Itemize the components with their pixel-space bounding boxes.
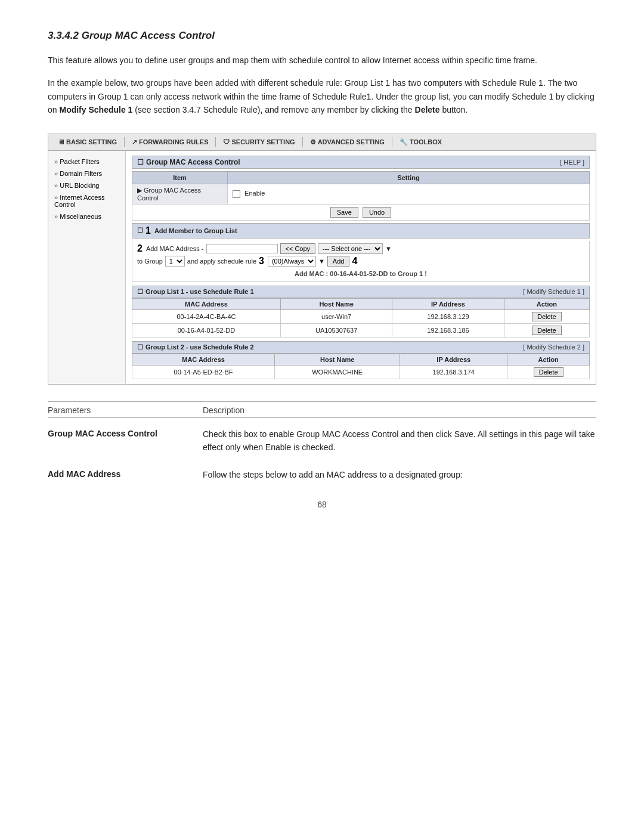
group-schedule-line: to Group 1 and apply schedule rule 3 (00…: [137, 256, 584, 267]
add-member-title: Add Member to Group List: [154, 227, 237, 234]
intro2-text-end: button.: [440, 105, 468, 114]
badge-3: 3: [259, 256, 264, 267]
ip-address-cell: 192.168.3.129: [392, 309, 504, 323]
nav-advanced-setting[interactable]: ⚙ ADVANCED SETTING: [305, 137, 389, 148]
col-ip-1: IP Address: [392, 298, 504, 309]
nav-basic-setting[interactable]: 🖥 BASIC SETTING: [53, 137, 122, 147]
to-group-label: to Group: [137, 258, 163, 265]
group-list-1-table: MAC Address Host Name IP Address Action …: [132, 298, 590, 337]
enable-row: ▶ Group MAC Access Control Enable: [132, 184, 590, 204]
help-link[interactable]: [ HELP ]: [560, 159, 584, 166]
action-cell: Delete: [507, 365, 590, 379]
group-list-1-title-area: ☐ Group List 1 - use Schedule Rule 1: [137, 288, 254, 296]
nav-advanced-label: ADVANCED SETTING: [318, 138, 385, 145]
modify-schedule-2-link[interactable]: [ Modify Schedule 2 ]: [523, 343, 584, 351]
intro-paragraph-2: In the example below, two groups have be…: [48, 76, 596, 116]
sidebar-item-url-blocking[interactable]: URL Blocking: [48, 179, 125, 191]
group-list-2-header: ☐ Group List 2 - use Schedule Rule 2 [ M…: [132, 341, 590, 354]
col-setting: Setting: [228, 171, 590, 184]
col-item: Item: [132, 171, 228, 184]
btn-row-cell: Save Undo: [132, 204, 590, 220]
schedule-rule-select[interactable]: (00)Always: [268, 256, 316, 267]
col-mac-2: MAC Address: [132, 354, 275, 365]
enable-checkbox[interactable]: [233, 190, 240, 198]
nav-toolbox[interactable]: 🔧 TOOLBOX: [395, 137, 447, 148]
param-row: Group MAC Access Control Check this box …: [48, 428, 596, 454]
param-row: Add MAC Address Follow the steps below t…: [48, 468, 596, 481]
intro2-bold2: Delete: [415, 105, 440, 114]
arrow-icon: ▶: [137, 187, 142, 194]
param-desc: Follow the steps below to add an MAC add…: [203, 468, 596, 481]
params-col2-header: Description: [203, 405, 596, 415]
param-name: Group MAC Access Control: [48, 428, 203, 438]
add-mac-label: Add MAC Address -: [146, 245, 204, 252]
modify-schedule-1-link[interactable]: [ Modify Schedule 1 ]: [523, 288, 584, 295]
action-cell: Delete: [504, 323, 589, 337]
sidebar-item-miscellaneous[interactable]: Miscellaneous: [48, 210, 125, 222]
delete-button[interactable]: Delete: [534, 367, 564, 377]
group-list-1-header: ☐ Group List 1 - use Schedule Rule 1 [ M…: [132, 286, 590, 298]
nav-security-setting[interactable]: 🛡 SECURITY SETTING: [218, 137, 299, 147]
delete-button[interactable]: Delete: [532, 326, 562, 335]
advanced-icon: ⚙: [310, 138, 316, 146]
group-list-2-title-area: ☐ Group List 2 - use Schedule Rule 2: [137, 343, 254, 351]
enable-item-label: ▶ Group MAC Access Control: [132, 184, 228, 204]
table-row: 00-14-A5-ED-B2-BF WORKMACHINE 192.168.3.…: [132, 365, 590, 379]
undo-button[interactable]: Undo: [363, 207, 391, 218]
group-list-2-table: MAC Address Host Name IP Address Action …: [132, 354, 590, 379]
enable-setting-cell: Enable: [228, 184, 590, 204]
sidebar-item-packet-filters[interactable]: Packet Filters: [48, 156, 125, 168]
col-action-1: Action: [504, 298, 589, 309]
group-list-2-checkbox: ☐: [137, 343, 143, 351]
mac-address-input[interactable]: [206, 244, 278, 253]
mac-address-cell: 00-14-2A-4C-BA-4C: [132, 309, 281, 323]
host-name-cell: WORKMACHINE: [275, 365, 400, 379]
add-note-text: Add MAC : 00-16-A4-01-52-DD to Group 1 !: [295, 270, 427, 277]
add-member-section-header: ☐ 1 Add Member to Group List: [132, 223, 590, 239]
forward-icon: ↗: [132, 138, 137, 146]
nav-security-label: SECURITY SETTING: [231, 138, 295, 145]
sidebar-item-domain-filters[interactable]: Domain Filters: [48, 168, 125, 179]
page-number: 68: [48, 500, 596, 509]
group-number-select[interactable]: 1: [165, 256, 185, 267]
params-col1-header: Parameters: [48, 405, 203, 415]
btn-row-tr: Save Undo: [132, 204, 590, 220]
nav-bar: 🖥 BASIC SETTING ↗ FORWARDING RULES 🛡 SEC…: [48, 134, 596, 151]
setting-table: Item Setting ▶ Group MAC Access Control …: [132, 171, 590, 221]
mac-address-cell: 00-16-A4-01-52-DD: [132, 323, 281, 337]
col-ip-2: IP Address: [400, 354, 507, 365]
badge-4: 4: [352, 256, 357, 267]
mac-address-cell: 00-14-A5-ED-B2-BF: [132, 365, 275, 379]
dropdown-arrow-icon: ▼: [385, 245, 392, 252]
delete-button[interactable]: Delete: [532, 312, 562, 321]
col-mac-1: MAC Address: [132, 298, 281, 309]
add-button[interactable]: Add: [327, 256, 350, 267]
panel-title-text: Group MAC Access Control: [146, 158, 240, 166]
params-rows: Group MAC Access Control Check this box …: [48, 428, 596, 482]
col-action-2: Action: [507, 354, 590, 365]
nav-basic-setting-label: BASIC SETTING: [66, 138, 117, 145]
nav-forwarding-rules[interactable]: ↗ FORWARDING RULES: [127, 137, 213, 148]
add-mac-line: 2 Add MAC Address - << Copy --- Select o…: [137, 243, 584, 254]
param-desc: Check this box to enable Group MAC Acces…: [203, 428, 596, 454]
add-member-form: 2 Add MAC Address - << Copy --- Select o…: [132, 241, 590, 282]
nav-separator-2: [215, 137, 216, 147]
copy-button[interactable]: << Copy: [280, 243, 316, 254]
action-cell: Delete: [504, 309, 589, 323]
nav-separator-3: [302, 137, 303, 147]
intro2-bold1: Modify Schedule 1: [59, 105, 132, 114]
badge-1: 1: [145, 225, 151, 236]
group-list-1-checkbox: ☐: [137, 288, 143, 296]
toolbox-icon: 🔧: [400, 138, 408, 146]
save-button[interactable]: Save: [330, 207, 358, 218]
nav-separator-1: [124, 137, 125, 147]
param-name: Add MAC Address: [48, 468, 203, 479]
intro-paragraph-1: This feature allows you to define user g…: [48, 54, 596, 67]
group-list-2-title: Group List 2 - use Schedule Rule 2: [145, 343, 254, 351]
group-list-2-header-row: MAC Address Host Name IP Address Action: [132, 354, 590, 365]
sidebar-item-internet-access[interactable]: Internet Access Control: [48, 191, 125, 210]
mac-select-dropdown[interactable]: --- Select one ---: [318, 243, 383, 254]
col-host-2: Host Name: [275, 354, 400, 365]
enable-label-text: Group MAC Access Control: [137, 187, 201, 202]
section-title: 3.3.4.2 Group MAC Access Control: [48, 30, 596, 42]
